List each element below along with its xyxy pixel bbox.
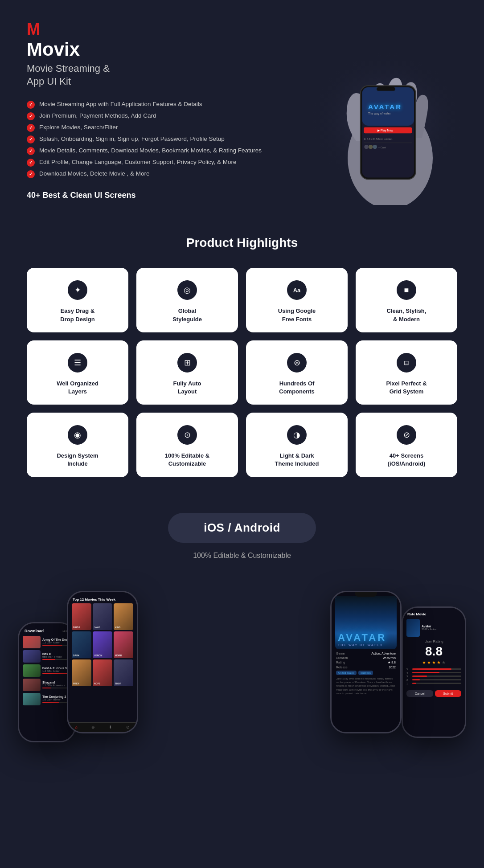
check-icon: [27, 135, 35, 143]
submit-button[interactable]: Submit: [435, 690, 462, 697]
components-icon: ⊛: [294, 358, 300, 368]
brand-title: Movix: [27, 39, 276, 60]
svg-rect-10: [364, 143, 412, 143]
brand-subtitle: Movie Streaming &App UI Kit: [27, 62, 276, 88]
card-icon-wrap: ◎: [177, 280, 197, 300]
movie-grid: BIRDS JAWS KING DARK VENOM MOR: [72, 603, 133, 686]
cancel-button[interactable]: Cancel: [406, 690, 433, 697]
screenshots-section: Download 12:30 Army Of The Dead 1.2 GB •…: [0, 582, 484, 760]
svg-text:★ 8.8  •  2h 52min  •  Action: ★ 8.8 • 2h 52min • Action: [364, 138, 392, 140]
rating-bar-row-2: 2: [406, 679, 461, 681]
features-list: Movie Streaming App with Full Applicatio…: [27, 100, 276, 178]
rating-bars: 5 4 3 2 1: [406, 668, 461, 686]
hero-section: M Movix Movie Streaming &App UI Kit Movi…: [0, 0, 484, 218]
bar-fill: [412, 683, 416, 684]
movie-list-item: Nox B 980 MB • Thriller: [23, 650, 71, 663]
info-label: Duration: [336, 656, 348, 659]
svg-point-13: [373, 145, 377, 149]
check-icon: [27, 112, 35, 120]
highlight-card-components: ⊛ Hundreds OfComponents: [246, 340, 348, 405]
card-icon-wrap: ☰: [68, 353, 87, 373]
card-label-drag-drop: Easy Drag &Drop Design: [60, 307, 94, 323]
highlight-card-screens: ⊘ 40+ Screens(iOS/Android): [356, 413, 457, 477]
grid-screen: Top 12 Movies This Week BIRDS JAWS KING …: [68, 592, 137, 732]
card-label-screens: 40+ Screens(iOS/Android): [388, 452, 426, 468]
card-icon-wrap: ■: [397, 280, 416, 300]
bar-label: 3: [406, 675, 411, 678]
card-icon-wrap: ✦: [68, 280, 87, 300]
grid-item-label: PREY: [73, 682, 79, 685]
platform-subtitle: 100% Editable & Customizable: [193, 552, 291, 560]
star-3: ★: [432, 660, 436, 665]
bar-label: 1: [406, 682, 411, 685]
highlights-section: Product Highlights ✦ Easy Drag &Drop Des…: [0, 218, 484, 495]
card-label-grid: Pixel Perfect &Grid System: [386, 380, 427, 396]
movie-thumbnail: [23, 636, 41, 648]
card-icon-wrap: ⊞: [177, 353, 197, 373]
card-icon-wrap: Aa: [287, 280, 307, 300]
rating-bar-row-4: 4: [406, 671, 461, 674]
check-icon: [27, 147, 35, 155]
grid-item-label: BIRDS: [73, 626, 80, 629]
rating-bar-row-3: 3: [406, 675, 461, 678]
hero-content: M Movix Movie Streaming &App UI Kit Movi…: [27, 21, 276, 200]
feature-item: Edit Profile, Change Language, Customer …: [27, 158, 276, 167]
highlight-card-grid: ⊟ Pixel Perfect &Grid System: [356, 340, 457, 405]
rating-movie-card: Avatar 2022 • Action: [406, 619, 461, 637]
bar-track: [412, 679, 461, 680]
grid-movie-item: PREY: [72, 659, 91, 686]
tag: United States: [336, 671, 357, 675]
info-label: Rating: [336, 661, 345, 664]
highlight-card-clean: ■ Clean, Stylish,& Modern: [356, 268, 457, 332]
drag-drop-icon: ✦: [74, 285, 81, 295]
progress-fill: [42, 645, 62, 646]
svg-text:▶  Play Now: ▶ Play Now: [377, 129, 393, 132]
platform-section: iOS / Android 100% Editable & Customizab…: [0, 495, 484, 582]
svg-text:+ Cast: + Cast: [378, 146, 386, 149]
movie-thumbnail: [23, 664, 41, 677]
highlight-card-design-system: ◉ Design SystemInclude: [27, 413, 128, 477]
detail-info-row: Duration 2h 52min: [336, 656, 396, 659]
feature-item: Movie Streaming App with Full Applicatio…: [27, 100, 276, 109]
info-value: Action, Adventure: [371, 652, 396, 655]
highlight-card-editable: ⊙ 100% Editable &Customizable: [136, 413, 238, 477]
section-title: Product Highlights: [27, 236, 457, 250]
highlight-card-fonts: Aa Using GoogleFree Fonts: [246, 268, 348, 332]
layers-icon: ☰: [74, 358, 81, 368]
grid-phone-front: Top 12 Movies This Week BIRDS JAWS KING …: [67, 591, 138, 733]
grid-movie-item: KING: [114, 603, 133, 630]
detail-screen: AVATAR THE WAY OF WATER Genre Action, Ad…: [332, 592, 400, 732]
card-label-clean: Clean, Stylish,& Modern: [387, 307, 427, 323]
grid-screen-header: Top 12 Movies This Week: [72, 596, 133, 603]
nav-download-icon: ⬇: [109, 725, 112, 729]
feature-item: Splash, Onboarding, Sign in, Sign up, Fo…: [27, 135, 276, 143]
rating-screen: Rate Movie Avatar 2022 • Action User Rat…: [403, 608, 465, 737]
movie-poster-mini: [406, 619, 420, 637]
rating-header: Rate Movie: [406, 611, 461, 617]
bar-fill: [412, 676, 427, 677]
movie-meta-mini: 2022 • Action: [422, 628, 437, 631]
highlight-card-auto-layout: ⊞ Fully AutoLayout: [136, 340, 238, 405]
svg-point-11: [364, 145, 369, 149]
bar-track: [412, 672, 461, 673]
detail-info-rows: Genre Action, Adventure Duration 2h 52mi…: [335, 652, 397, 696]
brand-letter: M: [27, 21, 276, 37]
hero-image: AVATAR The way of water ▶ Play Now ★ 8.8…: [275, 9, 471, 205]
tag: Subtitles: [358, 671, 373, 675]
card-label-components: Hundreds OfComponents: [279, 380, 314, 396]
grid-movie-item: MORB: [114, 631, 133, 658]
rating-phone: Rate Movie Avatar 2022 • Action User Rat…: [402, 606, 466, 738]
movie-thumbnail: [23, 693, 41, 705]
info-value: ★ 8.8: [388, 661, 396, 664]
nav-home-icon: ⌂: [75, 725, 78, 729]
highlights-grid: ✦ Easy Drag &Drop Design ◎ GlobalStylegu…: [27, 268, 457, 477]
bar-label: 4: [406, 671, 411, 674]
screenshots-right-group: AVATAR THE WAY OF WATER Genre Action, Ad…: [246, 591, 466, 733]
grid-movie-item: THOR: [114, 659, 133, 686]
rating-stars: ★ ★ ★ ★ ★: [406, 660, 461, 665]
feature-item: Join Premium, Payment Methods, Add Card: [27, 112, 276, 120]
screens-icon: ⊘: [403, 430, 410, 440]
grid-icon: ⊟: [404, 359, 409, 366]
movie-list-item: Fast & Furious 9 1.4 GB • Action: [23, 664, 71, 677]
screen-title: Download: [25, 629, 44, 633]
